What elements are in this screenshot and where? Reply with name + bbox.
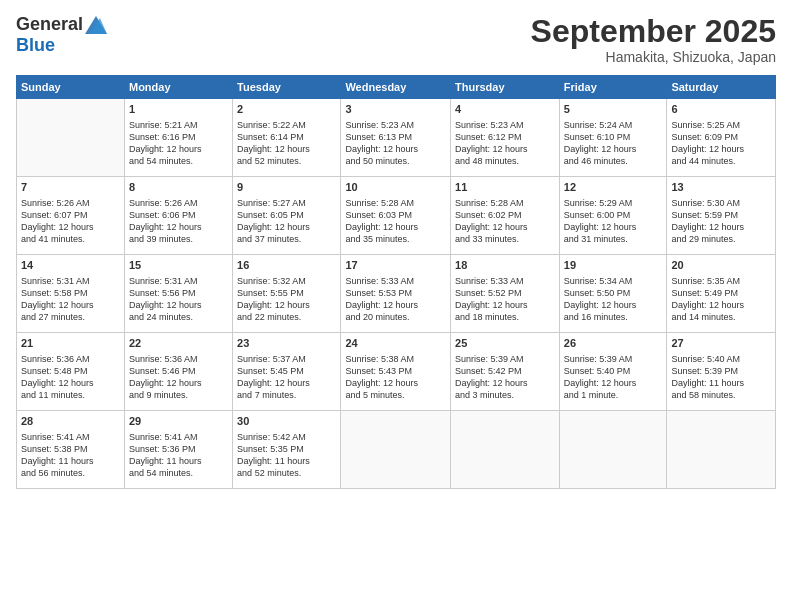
title-block: September 2025 Hamakita, Shizuoka, Japan [531, 14, 776, 65]
calendar-cell: 6Sunrise: 5:25 AM Sunset: 6:09 PM Daylig… [667, 99, 776, 177]
calendar-cell: 25Sunrise: 5:39 AM Sunset: 5:42 PM Dayli… [451, 333, 560, 411]
day-number: 4 [455, 102, 555, 117]
day-number: 28 [21, 414, 120, 429]
logo-general-text: General [16, 14, 83, 35]
week-row-1: 7Sunrise: 5:26 AM Sunset: 6:07 PM Daylig… [17, 177, 776, 255]
day-number: 25 [455, 336, 555, 351]
calendar-cell [667, 411, 776, 489]
day-number: 26 [564, 336, 663, 351]
day-info: Sunrise: 5:26 AM Sunset: 6:07 PM Dayligh… [21, 197, 120, 246]
month-title: September 2025 [531, 14, 776, 49]
page-container: General Blue September 2025 Hamakita, Sh… [0, 0, 792, 612]
calendar-cell: 12Sunrise: 5:29 AM Sunset: 6:00 PM Dayli… [559, 177, 667, 255]
day-number: 20 [671, 258, 771, 273]
day-info: Sunrise: 5:37 AM Sunset: 5:45 PM Dayligh… [237, 353, 336, 402]
day-header-wednesday: Wednesday [341, 76, 451, 99]
calendar-cell: 30Sunrise: 5:42 AM Sunset: 5:35 PM Dayli… [233, 411, 341, 489]
calendar-cell: 10Sunrise: 5:28 AM Sunset: 6:03 PM Dayli… [341, 177, 451, 255]
days-header-row: SundayMondayTuesdayWednesdayThursdayFrid… [17, 76, 776, 99]
week-row-0: 1Sunrise: 5:21 AM Sunset: 6:16 PM Daylig… [17, 99, 776, 177]
calendar-cell: 2Sunrise: 5:22 AM Sunset: 6:14 PM Daylig… [233, 99, 341, 177]
day-number: 14 [21, 258, 120, 273]
subtitle: Hamakita, Shizuoka, Japan [531, 49, 776, 65]
calendar-cell: 9Sunrise: 5:27 AM Sunset: 6:05 PM Daylig… [233, 177, 341, 255]
day-number: 19 [564, 258, 663, 273]
day-header-sunday: Sunday [17, 76, 125, 99]
day-info: Sunrise: 5:35 AM Sunset: 5:49 PM Dayligh… [671, 275, 771, 324]
day-info: Sunrise: 5:42 AM Sunset: 5:35 PM Dayligh… [237, 431, 336, 480]
day-header-saturday: Saturday [667, 76, 776, 99]
day-info: Sunrise: 5:23 AM Sunset: 6:12 PM Dayligh… [455, 119, 555, 168]
day-number: 2 [237, 102, 336, 117]
logo: General Blue [16, 14, 107, 56]
day-info: Sunrise: 5:40 AM Sunset: 5:39 PM Dayligh… [671, 353, 771, 402]
day-info: Sunrise: 5:30 AM Sunset: 5:59 PM Dayligh… [671, 197, 771, 246]
logo-blue-text: Blue [16, 35, 55, 56]
day-number: 15 [129, 258, 228, 273]
calendar-cell: 24Sunrise: 5:38 AM Sunset: 5:43 PM Dayli… [341, 333, 451, 411]
calendar-cell: 19Sunrise: 5:34 AM Sunset: 5:50 PM Dayli… [559, 255, 667, 333]
day-info: Sunrise: 5:38 AM Sunset: 5:43 PM Dayligh… [345, 353, 446, 402]
day-header-tuesday: Tuesday [233, 76, 341, 99]
calendar-cell [559, 411, 667, 489]
week-row-3: 21Sunrise: 5:36 AM Sunset: 5:48 PM Dayli… [17, 333, 776, 411]
day-info: Sunrise: 5:25 AM Sunset: 6:09 PM Dayligh… [671, 119, 771, 168]
day-info: Sunrise: 5:33 AM Sunset: 5:52 PM Dayligh… [455, 275, 555, 324]
day-info: Sunrise: 5:34 AM Sunset: 5:50 PM Dayligh… [564, 275, 663, 324]
calendar-cell [17, 99, 125, 177]
calendar-cell: 11Sunrise: 5:28 AM Sunset: 6:02 PM Dayli… [451, 177, 560, 255]
day-number: 10 [345, 180, 446, 195]
day-number: 21 [21, 336, 120, 351]
calendar-cell: 13Sunrise: 5:30 AM Sunset: 5:59 PM Dayli… [667, 177, 776, 255]
calendar-cell: 27Sunrise: 5:40 AM Sunset: 5:39 PM Dayli… [667, 333, 776, 411]
day-number: 18 [455, 258, 555, 273]
day-info: Sunrise: 5:41 AM Sunset: 5:36 PM Dayligh… [129, 431, 228, 480]
week-row-4: 28Sunrise: 5:41 AM Sunset: 5:38 PM Dayli… [17, 411, 776, 489]
calendar-cell: 15Sunrise: 5:31 AM Sunset: 5:56 PM Dayli… [124, 255, 232, 333]
day-info: Sunrise: 5:26 AM Sunset: 6:06 PM Dayligh… [129, 197, 228, 246]
calendar-cell: 26Sunrise: 5:39 AM Sunset: 5:40 PM Dayli… [559, 333, 667, 411]
calendar-cell [451, 411, 560, 489]
day-info: Sunrise: 5:23 AM Sunset: 6:13 PM Dayligh… [345, 119, 446, 168]
day-info: Sunrise: 5:22 AM Sunset: 6:14 PM Dayligh… [237, 119, 336, 168]
calendar-cell: 21Sunrise: 5:36 AM Sunset: 5:48 PM Dayli… [17, 333, 125, 411]
day-info: Sunrise: 5:33 AM Sunset: 5:53 PM Dayligh… [345, 275, 446, 324]
calendar-cell: 29Sunrise: 5:41 AM Sunset: 5:36 PM Dayli… [124, 411, 232, 489]
day-number: 13 [671, 180, 771, 195]
day-number: 3 [345, 102, 446, 117]
calendar-cell: 28Sunrise: 5:41 AM Sunset: 5:38 PM Dayli… [17, 411, 125, 489]
calendar-cell: 18Sunrise: 5:33 AM Sunset: 5:52 PM Dayli… [451, 255, 560, 333]
day-info: Sunrise: 5:21 AM Sunset: 6:16 PM Dayligh… [129, 119, 228, 168]
day-number: 22 [129, 336, 228, 351]
day-number: 29 [129, 414, 228, 429]
day-number: 7 [21, 180, 120, 195]
day-info: Sunrise: 5:28 AM Sunset: 6:02 PM Dayligh… [455, 197, 555, 246]
day-info: Sunrise: 5:24 AM Sunset: 6:10 PM Dayligh… [564, 119, 663, 168]
calendar-cell: 8Sunrise: 5:26 AM Sunset: 6:06 PM Daylig… [124, 177, 232, 255]
day-info: Sunrise: 5:29 AM Sunset: 6:00 PM Dayligh… [564, 197, 663, 246]
day-info: Sunrise: 5:39 AM Sunset: 5:42 PM Dayligh… [455, 353, 555, 402]
day-number: 17 [345, 258, 446, 273]
calendar-cell: 16Sunrise: 5:32 AM Sunset: 5:55 PM Dayli… [233, 255, 341, 333]
day-info: Sunrise: 5:39 AM Sunset: 5:40 PM Dayligh… [564, 353, 663, 402]
calendar-cell: 7Sunrise: 5:26 AM Sunset: 6:07 PM Daylig… [17, 177, 125, 255]
calendar-body: 1Sunrise: 5:21 AM Sunset: 6:16 PM Daylig… [17, 99, 776, 489]
day-info: Sunrise: 5:36 AM Sunset: 5:48 PM Dayligh… [21, 353, 120, 402]
day-number: 24 [345, 336, 446, 351]
day-info: Sunrise: 5:36 AM Sunset: 5:46 PM Dayligh… [129, 353, 228, 402]
day-info: Sunrise: 5:31 AM Sunset: 5:58 PM Dayligh… [21, 275, 120, 324]
day-number: 30 [237, 414, 336, 429]
day-number: 16 [237, 258, 336, 273]
day-number: 5 [564, 102, 663, 117]
calendar-cell: 23Sunrise: 5:37 AM Sunset: 5:45 PM Dayli… [233, 333, 341, 411]
day-number: 11 [455, 180, 555, 195]
day-number: 8 [129, 180, 228, 195]
day-number: 12 [564, 180, 663, 195]
day-header-friday: Friday [559, 76, 667, 99]
logo-icon [85, 16, 107, 34]
day-info: Sunrise: 5:32 AM Sunset: 5:55 PM Dayligh… [237, 275, 336, 324]
calendar-cell: 1Sunrise: 5:21 AM Sunset: 6:16 PM Daylig… [124, 99, 232, 177]
day-header-monday: Monday [124, 76, 232, 99]
calendar-table: SundayMondayTuesdayWednesdayThursdayFrid… [16, 75, 776, 489]
calendar-cell: 4Sunrise: 5:23 AM Sunset: 6:12 PM Daylig… [451, 99, 560, 177]
